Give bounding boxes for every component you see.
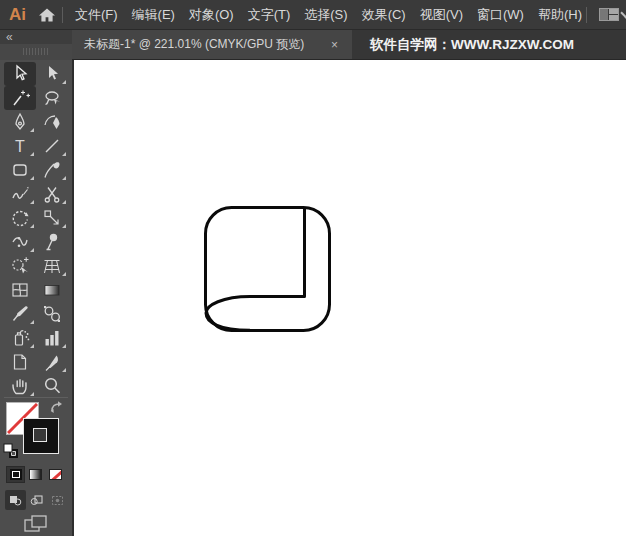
tool-shape-builder[interactable] xyxy=(4,254,36,278)
tool-lasso[interactable] xyxy=(36,86,68,110)
tool-symbol-sprayer[interactable] xyxy=(4,326,36,350)
swap-fill-stroke-button[interactable] xyxy=(49,400,65,418)
menu-bar: Ai 文件(F) 编辑(E) 对象(O) 文字(T) 选择(S) 效果(C) 视… xyxy=(0,0,626,30)
draw-normal-button[interactable] xyxy=(5,490,26,510)
line-segment-icon xyxy=(41,135,63,157)
menu-object[interactable]: 对象(O) xyxy=(189,0,234,30)
tool-type[interactable]: T xyxy=(4,134,36,158)
menu-effect[interactable]: 效果(C) xyxy=(362,0,406,30)
tool-gradient[interactable] xyxy=(36,278,68,302)
menubar-divider xyxy=(62,7,63,23)
shaper-pencil-icon xyxy=(9,183,31,205)
type-glyph: T xyxy=(15,138,25,155)
artboard-icon xyxy=(9,351,31,373)
draw-inside-button[interactable] xyxy=(47,490,68,510)
rectangle-tool-icon xyxy=(9,159,31,181)
appearance-buttons xyxy=(6,466,65,483)
draw-normal-icon xyxy=(9,495,22,506)
workspace-switcher-icon[interactable] xyxy=(599,8,619,21)
color-swatch-icon xyxy=(10,469,22,480)
document-tab-bar: « 未标题-1* @ 221.01% (CMYK/GPU 预览) × 软件自学网… xyxy=(0,30,626,60)
collapse-panel-icon[interactable]: « xyxy=(6,30,13,44)
tool-puppet-warp[interactable] xyxy=(36,230,68,254)
artwork-outer-rounded-square xyxy=(206,208,330,331)
tool-rectangle[interactable] xyxy=(4,158,36,182)
draw-inside-icon xyxy=(51,495,64,506)
gradient-swatch-icon xyxy=(29,469,42,480)
document-tab-title: 未标题-1* @ 221.01% (CMYK/GPU 预览) xyxy=(84,36,327,53)
magic-wand-icon xyxy=(9,87,31,109)
tool-line-segment[interactable] xyxy=(36,134,68,158)
menu-edit[interactable]: 编辑(E) xyxy=(132,0,175,30)
direct-selection-arrow-icon xyxy=(41,63,63,85)
menubar-divider xyxy=(586,7,587,23)
home-button[interactable] xyxy=(36,0,58,30)
slice-knife-icon xyxy=(41,351,63,373)
tool-curvature[interactable] xyxy=(36,110,68,134)
stroke-swatch-black[interactable] xyxy=(23,418,59,454)
curvature-pen-icon xyxy=(41,111,63,133)
none-button[interactable] xyxy=(46,466,65,483)
document-tab[interactable]: 未标题-1* @ 221.01% (CMYK/GPU 预览) × xyxy=(72,30,352,59)
menu-file[interactable]: 文件(F) xyxy=(75,0,118,30)
tool-width[interactable] xyxy=(4,230,36,254)
artwork-svg xyxy=(74,60,626,536)
menu-window[interactable]: 窗口(W) xyxy=(477,0,524,30)
gradient-button[interactable] xyxy=(26,466,45,483)
tool-slice[interactable] xyxy=(36,350,68,374)
home-icon xyxy=(38,7,56,23)
screen-mode-icon xyxy=(24,515,48,533)
tool-blend[interactable] xyxy=(36,302,68,326)
document-canvas[interactable] xyxy=(74,60,626,536)
tool-artboard[interactable] xyxy=(4,350,36,374)
tool-direct-selection[interactable] xyxy=(36,62,68,86)
default-fill-stroke-button[interactable] xyxy=(3,443,20,464)
toolbar-separator xyxy=(4,397,68,398)
menubar-right-controls xyxy=(582,7,626,23)
puppet-warp-pin-icon xyxy=(41,231,63,253)
chevron-down-icon[interactable] xyxy=(620,7,626,18)
rotate-icon xyxy=(9,207,31,229)
menu-view[interactable]: 视图(V) xyxy=(420,0,463,30)
menu-help[interactable]: 帮助(H) xyxy=(538,0,582,30)
drawing-mode-buttons xyxy=(5,490,68,510)
app-logo: Ai xyxy=(0,5,36,25)
tool-pen[interactable] xyxy=(4,110,36,134)
tool-column-graph[interactable] xyxy=(36,326,68,350)
eyedropper-icon xyxy=(9,303,31,325)
tool-magic-wand[interactable] xyxy=(4,86,36,110)
screen-mode-button[interactable] xyxy=(24,515,48,536)
lasso-icon xyxy=(41,87,63,109)
tab-close-icon[interactable]: × xyxy=(327,36,342,54)
tool-eyedropper[interactable] xyxy=(4,302,36,326)
scissors-icon xyxy=(41,183,63,205)
menu-list: 文件(F) 编辑(E) 对象(O) 文字(T) 选择(S) 效果(C) 视图(V… xyxy=(75,0,582,30)
folded-page-artwork[interactable] xyxy=(206,208,330,331)
tool-hand[interactable] xyxy=(4,374,36,398)
symbol-sprayer-icon xyxy=(9,327,31,349)
gradient-icon xyxy=(41,279,63,301)
tool-paintbrush[interactable] xyxy=(36,158,68,182)
tool-shaper[interactable] xyxy=(4,182,36,206)
column-graph-icon xyxy=(41,327,63,349)
menu-select[interactable]: 选择(S) xyxy=(304,0,347,30)
tool-perspective-grid[interactable] xyxy=(36,254,68,278)
tool-selection[interactable] xyxy=(4,62,36,86)
tool-scissors[interactable] xyxy=(36,182,68,206)
grip-dots xyxy=(23,48,50,55)
shape-builder-icon xyxy=(9,255,31,277)
tool-mesh[interactable] xyxy=(4,278,36,302)
color-button[interactable] xyxy=(6,466,25,483)
menu-type[interactable]: 文字(T) xyxy=(248,0,291,30)
tools-panel: T xyxy=(0,60,74,536)
tool-zoom[interactable] xyxy=(36,374,68,398)
panel-grip[interactable] xyxy=(0,44,72,60)
mesh-icon xyxy=(9,279,31,301)
zoom-magnifier-icon xyxy=(41,375,63,397)
stroke-swatch-hole xyxy=(33,428,47,442)
none-swatch-icon xyxy=(49,469,62,480)
tool-rotate[interactable] xyxy=(4,206,36,230)
draw-behind-button[interactable] xyxy=(26,490,47,510)
pen-icon xyxy=(9,111,31,133)
tool-scale[interactable] xyxy=(36,206,68,230)
